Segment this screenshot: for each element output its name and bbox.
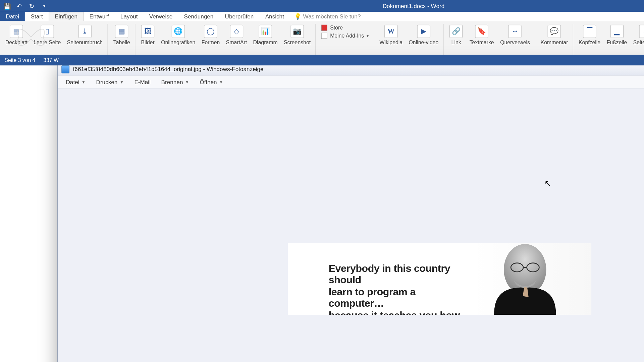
online-video-icon: ▶ [417, 25, 430, 38]
chart-button[interactable]: 📊Diagramm [251, 23, 280, 48]
photo-viewer-menu: Datei▼ Drucken▼ E-Mail Brennen▼ Öffnen▼ … [58, 75, 644, 89]
chevron-down-icon: ▾ [367, 34, 369, 38]
tell-me[interactable]: 💡 Was möchten Sie tun? [294, 12, 361, 21]
chevron-down-icon: ▼ [185, 80, 189, 84]
pictures-label: Bilder [141, 40, 154, 46]
online-pictures-button[interactable]: 🌐Onlinegrafiken [158, 23, 198, 48]
smartart-icon: ◇ [230, 25, 243, 38]
link-icon: 🔗 [449, 25, 463, 38]
wikipedia-icon: W [384, 25, 398, 38]
status-page[interactable]: Seite 3 von 4 [4, 57, 35, 63]
my-addins-button[interactable]: Meine Add-Ins▾ [321, 33, 369, 39]
bookmark-icon: 🔖 [475, 25, 488, 38]
page-break-label: Seitenumbruch [67, 40, 103, 46]
wikipedia-label: Wikipedia [379, 40, 402, 46]
crossref-icon: ↔ [508, 25, 522, 38]
tab-review[interactable]: Überprüfen [219, 12, 259, 21]
svg-point-0 [504, 244, 546, 295]
my-addins-label: Meine Add-Ins [330, 33, 364, 39]
photo-viewer-canvas[interactable]: Everybody in this country should learn t… [58, 89, 644, 362]
table-label: Tabelle [113, 40, 130, 46]
smartart-label: SmartArt [226, 40, 247, 46]
store-label: Store [330, 25, 343, 31]
tab-layout[interactable]: Layout [115, 12, 144, 21]
store-button[interactable]: Store [321, 25, 343, 31]
tab-insert[interactable]: Einfügen [49, 12, 84, 21]
chevron-down-icon: ▼ [82, 80, 86, 84]
comment-button[interactable]: 💬Kommentar [538, 23, 571, 48]
footer-label: Fußzeile [607, 40, 627, 46]
online-pictures-label: Onlinegrafiken [161, 40, 195, 46]
pv-menu-file[interactable]: Datei▼ [61, 77, 91, 87]
screenshot-label: Screenshot [284, 40, 311, 46]
pv-menu-print-label: Drucken [96, 79, 118, 85]
chevron-down-icon: ▼ [120, 80, 124, 84]
lightbulb-icon: 💡 [294, 13, 301, 20]
pv-menu-print[interactable]: Drucken▼ [91, 77, 129, 87]
pv-menu-burn[interactable]: Brennen▼ [156, 77, 195, 87]
bookmark-button[interactable]: 🔖Textmarke [467, 23, 497, 48]
tab-mailings[interactable]: Sendungen [178, 12, 219, 21]
svg-point-1 [511, 263, 523, 272]
bookmark-label: Textmarke [470, 40, 494, 46]
qat-customize-icon[interactable]: ▾ [40, 2, 49, 10]
shapes-label: Formen [202, 40, 220, 46]
tell-me-placeholder: Was möchten Sie tun? [303, 13, 361, 20]
svg-point-2 [527, 263, 539, 272]
photo-viewer-title: f661ef35f8480db603eb43eb41d51644_origina… [73, 66, 644, 72]
shapes-icon: ◯ [204, 25, 217, 38]
quote-line: because it teaches you how to think [329, 309, 468, 315]
undo-icon[interactable]: ↶ [15, 2, 24, 10]
smartart-button[interactable]: ◇SmartArt [223, 23, 250, 48]
chart-icon: 📊 [259, 25, 272, 38]
crossref-button[interactable]: ↔Querverweis [497, 23, 533, 48]
portrait-graphic [472, 243, 578, 315]
shapes-button[interactable]: ◯Formen [199, 23, 222, 48]
header-label: Kopfzeile [579, 40, 600, 46]
word-statusbar: Seite 3 von 4 337 W − + 130% [0, 55, 644, 66]
pictures-button[interactable]: 🖼Bilder [138, 23, 158, 48]
online-pictures-icon: 🌐 [171, 25, 185, 38]
pagenum-button[interactable]: #Seitenzahl [631, 23, 644, 48]
pv-menu-email-label: E-Mail [134, 79, 151, 85]
header-icon: ▔ [583, 25, 596, 38]
status-words[interactable]: 337 W [43, 57, 59, 63]
word-title: Dokument1.docx - Word [49, 3, 644, 9]
tab-view[interactable]: Ansicht [260, 12, 290, 21]
table-button[interactable]: ▦Tabelle [111, 23, 133, 48]
comment-label: Kommentar [541, 40, 568, 46]
save-icon[interactable]: 💾 [3, 2, 11, 10]
screenshot-icon: 📷 [290, 25, 304, 38]
pv-menu-open-label: Öffnen [200, 79, 217, 85]
butterfly-watermark-icon [13, 18, 49, 53]
photo-viewer-window: f661ef35f8480db603eb43eb41d51644_origina… [57, 63, 644, 362]
online-video-label: Online-video [409, 40, 439, 46]
displayed-image: Everybody in this country should learn t… [288, 243, 591, 315]
footer-icon: ▁ [610, 25, 624, 38]
page-break-button[interactable]: ⤓Seitenumbruch [64, 23, 105, 48]
link-button[interactable]: 🔗Link [446, 23, 466, 48]
footer-button[interactable]: ▁Fußzeile [604, 23, 630, 48]
chevron-down-icon: ▼ [219, 80, 223, 84]
comment-icon: 💬 [548, 25, 561, 38]
quote-line: Everybody in this country should [329, 262, 468, 286]
pv-menu-email[interactable]: E-Mail [129, 77, 156, 87]
mouse-cursor-icon: ↖ [544, 179, 551, 188]
word-titlebar: 💾 ↶ ↻ ▾ Dokument1.docx - Word ▭ — ☐ ✕ [0, 0, 644, 12]
redo-icon[interactable]: ↻ [28, 2, 36, 10]
link-label: Link [451, 40, 461, 46]
pictures-icon: 🖼 [141, 25, 155, 38]
header-button[interactable]: ▔Kopfzeile [576, 23, 603, 48]
tab-references[interactable]: Verweise [144, 12, 178, 21]
online-video-button[interactable]: ▶Online-video [406, 23, 441, 48]
screenshot-button[interactable]: 📷Screenshot [281, 23, 313, 48]
chart-label: Diagramm [253, 40, 278, 46]
quote-line: learn to program a computer… [329, 286, 468, 309]
pv-menu-burn-label: Brennen [161, 79, 183, 85]
my-addins-icon [321, 33, 327, 39]
table-icon: ▦ [115, 25, 128, 38]
pv-menu-open[interactable]: Öffnen▼ [195, 77, 228, 87]
page-break-icon: ⤓ [78, 25, 92, 38]
wikipedia-button[interactable]: WWikipedia [377, 23, 405, 48]
tab-design[interactable]: Entwurf [84, 12, 114, 21]
